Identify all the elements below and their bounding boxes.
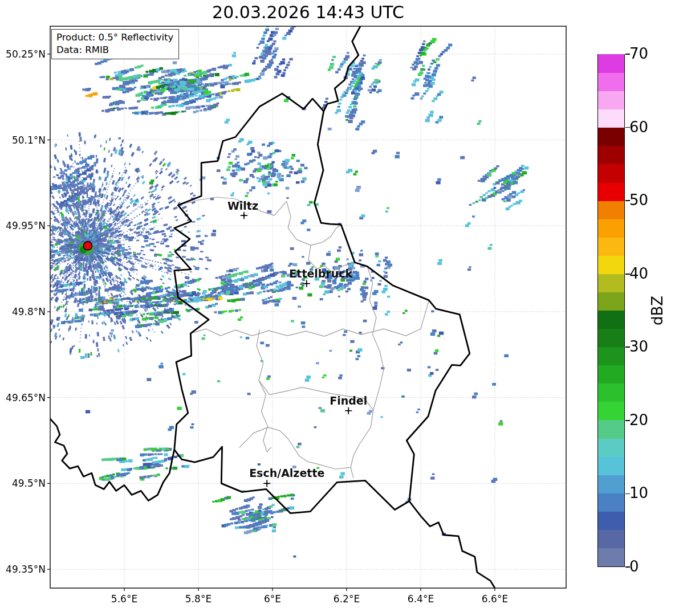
colorbar-segment (598, 54, 624, 73)
colorbar (597, 54, 625, 567)
colorbar-segment (598, 438, 624, 456)
product-line: Product: 0.5° Reflectivity (56, 31, 173, 44)
lon-tick-label: 5.8°E (185, 593, 212, 605)
colorbar-segment (598, 511, 624, 529)
lon-tick-label: 6.2°E (334, 593, 360, 605)
colorbar-segment (598, 474, 624, 493)
colorbar-segment (598, 91, 624, 109)
lat-tick-label: 50.1°N (0, 134, 46, 146)
lat-tick-label: 49.95°N (0, 220, 46, 231)
map-title: 20.03.2026 14:43 UTC (50, 2, 566, 22)
lat-tick-label: 49.35°N (0, 564, 46, 575)
radar-map-canvas (0, 0, 675, 616)
lat-tick-label: 49.5°N (0, 478, 46, 489)
city-label-ettelbruck: Ettelbruck (289, 267, 352, 280)
colorbar-segment (598, 72, 624, 91)
colorbar-tick-label: 50 (629, 192, 648, 209)
lat-tick-label: 50.25°N (0, 48, 46, 60)
city-label-wiltz: Wiltz (227, 199, 258, 212)
colorbar-tick-label: 0 (629, 558, 639, 575)
colorbar-segment (598, 529, 624, 548)
data-source-line: Data: RMIB (56, 44, 173, 56)
colorbar-segment (598, 456, 624, 475)
colorbar-segment (598, 145, 624, 164)
lon-tick-label: 6.4°E (408, 593, 434, 605)
colorbar-segment (598, 310, 624, 329)
city-label-esch-alzette: Esch/Alzette (249, 467, 324, 479)
colorbar-segment (598, 109, 624, 128)
colorbar-tick-label: 60 (629, 119, 648, 136)
colorbar-tick-label: 70 (629, 45, 648, 62)
colorbar-segment (598, 328, 624, 347)
colorbar-segment (598, 218, 624, 237)
lon-tick-label: 6.6°E (482, 593, 508, 605)
colorbar-segment (598, 492, 624, 511)
colorbar-segment (598, 383, 624, 402)
colorbar-segment (598, 292, 624, 311)
lon-tick-label: 6°E (264, 593, 281, 605)
colorbar-segment (598, 255, 624, 274)
colorbar-segment (598, 346, 624, 365)
colorbar-segment (598, 164, 624, 182)
lon-tick-label: 5.6°E (111, 593, 137, 605)
colorbar-segment (598, 127, 624, 146)
colorbar-tick-label: 40 (629, 265, 648, 282)
colorbar-segment (598, 419, 624, 438)
colorbar-tick-label: 10 (629, 485, 648, 502)
product-info-box: Product: 0.5° Reflectivity Data: RMIB (51, 29, 179, 59)
colorbar-segment (598, 401, 624, 420)
colorbar-segment (598, 365, 624, 384)
colorbar-segment (598, 236, 624, 255)
radar-figure: 20.03.2026 14:43 UTC Product: 0.5° Refle… (0, 0, 675, 616)
colorbar-segment (598, 548, 624, 566)
colorbar-segment (598, 200, 624, 219)
lat-tick-label: 49.65°N (0, 392, 46, 403)
colorbar-segment (598, 274, 624, 292)
lat-tick-label: 49.8°N (0, 306, 46, 317)
colorbar-unit-label: dBZ (649, 296, 666, 325)
colorbar-tick-label: 20 (629, 411, 648, 429)
city-label-findel: Findel (330, 394, 367, 407)
colorbar-segment (598, 182, 624, 201)
colorbar-tick-label: 30 (629, 338, 648, 356)
